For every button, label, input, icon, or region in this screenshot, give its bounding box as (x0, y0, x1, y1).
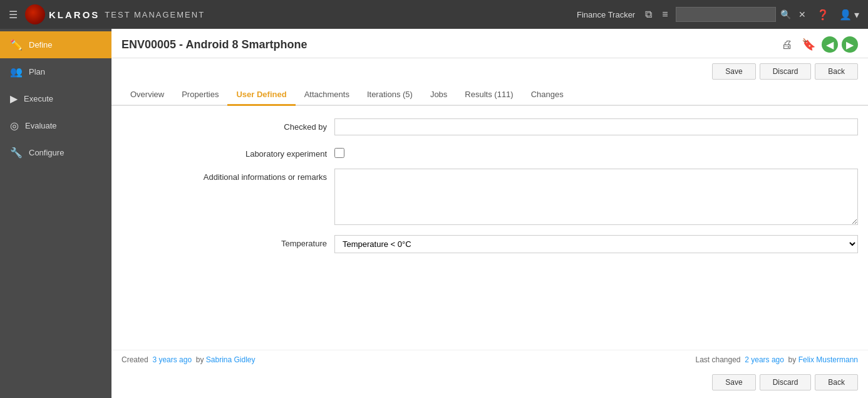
header-actions: 🖨 🔖 ◀ ▶ (779, 36, 858, 53)
tab-changes[interactable]: Changes (522, 85, 572, 106)
sidebar-item-execute[interactable]: ▶ Execute (0, 85, 111, 112)
additional-label: Additional informations or remarks (121, 169, 334, 182)
hamburger-button[interactable]: ☰ (6, 6, 20, 23)
laboratory-label: Laboratory experiment (121, 145, 334, 159)
search-clear-button[interactable]: ✕ (795, 8, 809, 21)
changed-by-link[interactable]: Felix Mustermann (798, 355, 858, 364)
additional-row: Additional informations or remarks (121, 169, 858, 225)
sidebar: ✏️ Define 👥 Plan ▶ Execute ◎ Evaluate 🔧 … (0, 29, 111, 398)
help-button[interactable]: ❓ (814, 6, 832, 23)
nav-back-button[interactable]: ◀ (822, 36, 838, 53)
tab-properties[interactable]: Properties (173, 85, 227, 106)
save-button-bottom[interactable]: Save (712, 374, 755, 390)
tab-iterations[interactable]: Iterations (5) (358, 85, 421, 106)
sidebar-label-configure: Configure (29, 148, 64, 157)
sidebar-item-define[interactable]: ✏️ Define (0, 31, 111, 58)
laboratory-row: Laboratory experiment (121, 145, 858, 159)
temperature-select[interactable]: Temperature < 0°C Temperature 0-20°C Tem… (334, 235, 858, 253)
created-info: Created 3 years ago by Sabrina Gidley (121, 355, 256, 364)
plan-icon: 👥 (10, 66, 23, 78)
content-area: ENV00005 - Android 8 Smartphone 🖨 🔖 ◀ ▶ … (111, 29, 868, 398)
discard-button-bottom[interactable]: Discard (760, 374, 812, 390)
page-title: ENV00005 - Android 8 Smartphone (121, 38, 307, 51)
brand: KLAROS TEST MANAGEMENT (25, 4, 205, 24)
navbar: ☰ KLAROS TEST MANAGEMENT Finance Tracker… (0, 0, 868, 29)
tab-user-defined[interactable]: User Defined (227, 85, 295, 106)
checked-by-input[interactable] (334, 118, 858, 135)
created-by-link[interactable]: Sabrina Gidley (206, 355, 256, 364)
additional-textarea[interactable] (334, 169, 858, 225)
project-name: Finance Tracker (577, 10, 635, 19)
back-button-top[interactable]: Back (815, 63, 858, 80)
evaluate-icon: ◎ (10, 120, 19, 132)
project-copy-icon[interactable]: ⧉ (643, 6, 654, 23)
back-button-bottom[interactable]: Back (815, 374, 858, 390)
search-bar: 🔍 ✕ (676, 7, 809, 22)
brand-subtitle: TEST MANAGEMENT (105, 10, 205, 19)
sidebar-label-execute: Execute (24, 94, 53, 103)
sidebar-label-evaluate: Evaluate (25, 121, 57, 130)
main-layout: ✏️ Define 👥 Plan ▶ Execute ◎ Evaluate 🔧 … (0, 29, 868, 398)
content-header: ENV00005 - Android 8 Smartphone 🖨 🔖 ◀ ▶ (111, 29, 868, 58)
discard-button-top[interactable]: Discard (760, 63, 812, 80)
brand-name: KLAROS (49, 9, 100, 20)
changed-by-prefix: by (788, 355, 797, 364)
created-prefix: Created (121, 355, 148, 364)
sidebar-item-evaluate[interactable]: ◎ Evaluate (0, 112, 111, 139)
changed-prefix: Last changed (695, 355, 740, 364)
sidebar-label-define: Define (29, 40, 53, 50)
logo-icon (25, 4, 45, 24)
define-icon: ✏️ (10, 39, 23, 51)
bookmark-button[interactable]: 🔖 (799, 36, 818, 53)
tabs-bar: Overview Properties User Defined Attachm… (111, 85, 868, 106)
user-menu-button[interactable]: 👤 ▾ (837, 6, 862, 23)
print-button[interactable]: 🖨 (779, 37, 795, 53)
sidebar-item-configure[interactable]: 🔧 Configure (0, 139, 111, 166)
search-button[interactable]: 🔍 (777, 8, 794, 21)
checked-by-label: Checked by (121, 118, 334, 132)
form-content: Checked by Laboratory experiment Additio… (111, 106, 868, 350)
tab-overview[interactable]: Overview (121, 85, 173, 106)
action-bar-top: Save Discard Back (111, 58, 868, 85)
checked-by-row: Checked by (121, 118, 858, 135)
tab-jobs[interactable]: Jobs (421, 85, 456, 106)
created-ago-link[interactable]: 3 years ago (152, 355, 192, 364)
footer-info: Created 3 years ago by Sabrina Gidley La… (111, 350, 868, 369)
tab-results[interactable]: Results (111) (456, 85, 522, 106)
execute-icon: ▶ (10, 93, 18, 105)
search-input[interactable] (676, 7, 776, 22)
temperature-row: Temperature Temperature < 0°C Temperatur… (121, 235, 858, 253)
nav-forward-button[interactable]: ▶ (842, 36, 858, 53)
tab-attachments[interactable]: Attachments (296, 85, 358, 106)
sidebar-label-plan: Plan (29, 67, 45, 76)
laboratory-checkbox[interactable] (334, 148, 344, 158)
laboratory-checkbox-wrapper (334, 145, 344, 158)
sidebar-item-plan[interactable]: 👥 Plan (0, 58, 111, 85)
project-list-icon[interactable]: ≡ (659, 6, 670, 23)
save-button-top[interactable]: Save (712, 63, 755, 80)
configure-icon: 🔧 (10, 147, 23, 159)
changed-info: Last changed 2 years ago by Felix Muster… (695, 355, 858, 364)
changed-ago-link[interactable]: 2 years ago (745, 355, 784, 364)
created-by-prefix: by (196, 355, 204, 364)
temperature-label: Temperature (121, 235, 334, 248)
action-bar-bottom: Save Discard Back (111, 369, 868, 398)
